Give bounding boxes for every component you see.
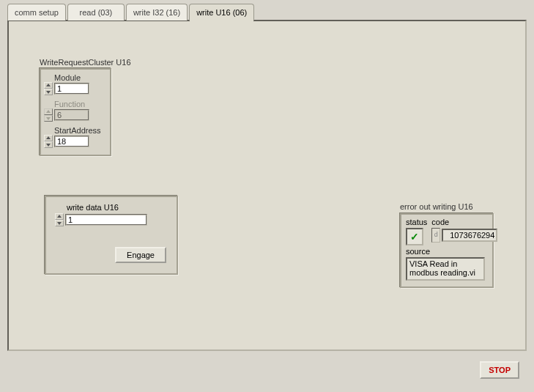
function-field [54, 109, 89, 121]
source-label: source [406, 247, 488, 256]
write-data-spinner[interactable] [55, 213, 64, 226]
module-spinner[interactable] [44, 82, 53, 95]
function-label: Function [54, 100, 107, 108]
error-out-title: error out writing U16 [400, 202, 473, 211]
check-icon: ✓ [410, 232, 419, 242]
tab-write-u16[interactable]: write U16 (06) [189, 4, 254, 21]
write-data-title: write data U16 [67, 203, 177, 212]
startaddress-spinner[interactable] [44, 135, 53, 148]
write-request-cluster: Module Function StartAddress [40, 68, 111, 156]
code-label: code [431, 218, 497, 226]
function-control: Function [44, 100, 107, 122]
source-field [406, 257, 485, 281]
tab-write-i32[interactable]: write I32 (16) [126, 4, 188, 21]
write-data-cluster: write data U16 Engage [45, 196, 178, 275]
module-control: Module [44, 73, 107, 95]
module-label: Module [54, 73, 107, 82]
status-label: status [406, 218, 427, 226]
tab-strip: comm setup read (03) write I32 (16) writ… [7, 4, 254, 21]
module-field[interactable] [54, 83, 89, 95]
startaddress-label: StartAddress [54, 126, 107, 135]
code-radix-icon: d [431, 228, 440, 243]
engage-button[interactable]: Engage [115, 247, 166, 263]
startaddress-field[interactable] [54, 136, 89, 147]
tab-read-03[interactable]: read (03) [67, 4, 125, 21]
write-data-field[interactable] [65, 214, 147, 226]
tab-comm-setup[interactable]: comm setup [7, 4, 66, 21]
stop-button[interactable]: STOP [480, 361, 519, 379]
function-spinner [44, 108, 53, 122]
cluster-title: WriteRequestCluster U16 [40, 58, 131, 67]
error-out-cluster: status ✓ code d source [400, 213, 494, 288]
tab-panel: WriteRequestCluster U16 Module Function … [7, 20, 527, 351]
code-field [442, 229, 497, 242]
startaddress-control: StartAddress [44, 126, 107, 148]
status-indicator: ✓ [406, 228, 423, 245]
